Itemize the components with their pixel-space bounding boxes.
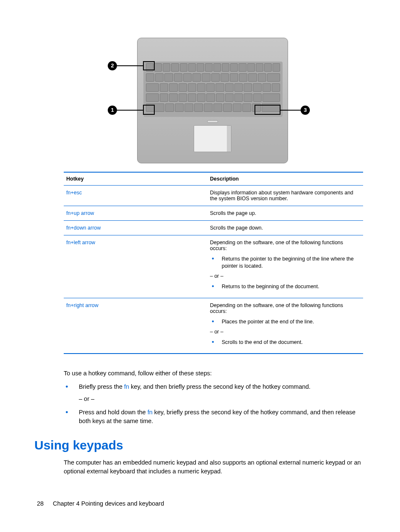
callout-box-esc bbox=[143, 61, 155, 70]
list-item: Scrolls to the end of the document. bbox=[210, 339, 361, 346]
hotkey-description: Depending on the software, one of the fo… bbox=[210, 240, 343, 251]
table-row: fn+left arrow Depending on the software,… bbox=[64, 235, 363, 298]
table-row: fn+right arrow Depending on the software… bbox=[64, 298, 363, 354]
hotkey-label: fn+left arrow bbox=[66, 240, 95, 245]
callout-badge-3: 3 bbox=[301, 106, 310, 115]
callout-badge-2: 2 bbox=[108, 61, 117, 70]
or-separator: – or – bbox=[210, 329, 361, 335]
hotkey-label: fn+down arrow bbox=[66, 225, 101, 231]
callout-box-fn bbox=[143, 105, 155, 115]
hotkey-description: Depending on the software, one of the fo… bbox=[210, 302, 343, 314]
instruction-step: Press and hold down the fn key, briefly … bbox=[64, 408, 363, 426]
section-paragraph: The computer has an embedded numeric key… bbox=[64, 458, 363, 476]
table-row: fn+down arrow Scrolls the page down. bbox=[64, 221, 363, 235]
fn-key-label: fn bbox=[124, 383, 129, 390]
table-row: fn+esc Displays information about system… bbox=[64, 186, 363, 206]
page-footer: 28 Chapter 4 Pointing devices and keyboa… bbox=[37, 500, 164, 507]
hotkey-label: fn+esc bbox=[66, 190, 82, 196]
instruction-step: Briefly press the fn key, and then brief… bbox=[64, 382, 363, 391]
fn-key-label: fn bbox=[148, 409, 153, 416]
or-separator: – or – bbox=[210, 273, 361, 279]
hotkey-description: Displays information about system hardwa… bbox=[208, 186, 363, 206]
col-header-description: Description bbox=[208, 172, 363, 186]
hotkeys-table: Hotkey Description fn+esc Displays infor… bbox=[64, 172, 363, 354]
list-item: Returns the pointer to the beginning of … bbox=[210, 256, 361, 270]
hotkey-description: Scrolls the page up. bbox=[208, 206, 363, 221]
section-heading: Using keypads bbox=[34, 438, 363, 452]
latch bbox=[207, 120, 218, 123]
callout-box-arrows bbox=[255, 105, 281, 115]
laptop-body bbox=[137, 38, 288, 163]
instructions-intro: To use a hotkey command, follow either o… bbox=[64, 370, 363, 377]
page-number: 28 bbox=[37, 500, 51, 507]
table-row: fn+up arrow Scrolls the page up. bbox=[64, 206, 363, 221]
chapter-label: Chapter 4 Pointing devices and keyboard bbox=[53, 500, 164, 507]
list-item: Returns to the beginning of the document… bbox=[210, 283, 361, 290]
touchpad bbox=[194, 125, 231, 152]
col-header-hotkey: Hotkey bbox=[64, 172, 208, 186]
hotkey-description: Scrolls the page down. bbox=[208, 221, 363, 235]
keyboard-diagram: 1 2 3 bbox=[108, 38, 292, 163]
hotkey-label: fn+right arrow bbox=[66, 302, 99, 308]
hotkey-label: fn+up arrow bbox=[66, 210, 94, 216]
callout-badge-1: 1 bbox=[108, 106, 117, 115]
or-separator: – or – bbox=[79, 395, 363, 402]
list-item: Places the pointer at the end of the lin… bbox=[210, 318, 361, 325]
